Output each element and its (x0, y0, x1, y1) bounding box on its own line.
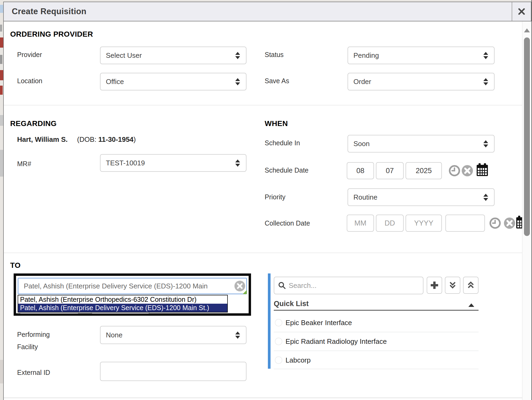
regarding-heading: REGARDING (10, 119, 57, 128)
radio-icon (275, 319, 282, 326)
double-chevron-down-icon (448, 281, 457, 290)
external-id-label: External ID (17, 369, 50, 376)
background-page-fragment (0, 70, 3, 80)
vertical-scrollbar[interactable] (522, 21, 531, 400)
dialog-title: Create Requisition (4, 7, 86, 16)
dialog-titlebar: Create Requisition (3, 2, 531, 21)
collapse-all-button[interactable] (463, 277, 479, 294)
location-select[interactable]: Office (100, 73, 246, 90)
list-divider (274, 369, 479, 369)
scroll-up-icon[interactable] (524, 28, 530, 32)
expand-all-button[interactable] (445, 277, 460, 294)
collection-year-input[interactable] (406, 215, 442, 232)
provider-label: Provider (17, 51, 42, 59)
updown-arrows-icon (235, 159, 240, 167)
collapse-section-icon[interactable] (468, 303, 474, 307)
save-as-label: Save As (265, 77, 289, 85)
add-recipient-button[interactable] (427, 277, 442, 294)
quick-list-item-label: Epic Radiant Radiology Interface (286, 337, 387, 346)
collection-month-input[interactable] (347, 215, 374, 232)
background-page-fragment (0, 86, 3, 95)
background-page-fragment (0, 360, 3, 383)
mr-label: MR# (17, 160, 31, 168)
provider-select[interactable]: Select User (100, 47, 246, 64)
clear-date-icon[interactable] (504, 217, 515, 229)
provider-select-value: Select User (106, 51, 142, 60)
ordering-provider-heading: ORDERING PROVIDER (10, 30, 93, 39)
radio-icon (275, 338, 282, 345)
recipient-suggestion[interactable]: Patel, Ashish (Enterprise Orthopedics-63… (18, 295, 227, 304)
panel-accent-bar (268, 273, 271, 369)
double-chevron-up-icon (466, 281, 475, 290)
schedule-in-select[interactable]: Soon (348, 135, 495, 153)
updown-arrows-icon (235, 78, 240, 85)
section-divider (4, 105, 522, 105)
scrollbar-thumb[interactable] (524, 37, 530, 236)
location-select-value: Office (106, 78, 124, 86)
list-divider (274, 332, 479, 332)
directory-search-input[interactable] (289, 281, 419, 290)
dob-prefix: (DOB: (77, 135, 98, 143)
clear-date-icon[interactable] (461, 165, 473, 177)
when-heading: WHEN (265, 119, 288, 128)
clock-icon[interactable] (449, 165, 460, 177)
updown-arrows-icon (483, 52, 488, 59)
quick-list-item[interactable]: Epic Radiant Radiology Interface (274, 334, 479, 349)
mr-select[interactable]: TEST-10019 (100, 154, 246, 172)
background-page-fragment (0, 25, 2, 32)
section-divider (4, 398, 522, 398)
quick-list-item-label: Labcorp (286, 356, 311, 364)
recipient-suggestion-list: Patel, Ashish (Enterprise Orthopedics-63… (18, 295, 228, 313)
status-select[interactable]: Pending (348, 47, 495, 64)
background-page-fragment (0, 115, 3, 126)
background-page-fragment (0, 55, 2, 64)
list-divider (274, 351, 479, 351)
collection-day-input[interactable] (376, 215, 404, 232)
background-page-fragment (0, 5, 3, 13)
schedule-day-input[interactable] (376, 162, 404, 179)
schedule-date-label: Schedule Date (265, 166, 309, 174)
updown-arrows-icon (483, 140, 488, 147)
section-divider (4, 253, 522, 253)
performing-facility-select-value: None (106, 331, 122, 339)
priority-select[interactable]: Routine (348, 188, 495, 206)
external-id-input[interactable] (100, 362, 246, 381)
recipient-search-input[interactable] (18, 278, 247, 294)
schedule-in-select-value: Soon (353, 140, 370, 148)
dob-value: 11-30-1954 (98, 135, 134, 143)
radio-icon (275, 356, 282, 364)
patient-name: Hart, William S. (17, 135, 68, 143)
dob-suffix: ) (133, 135, 136, 143)
save-as-select-value: Order (353, 78, 371, 86)
updown-arrows-icon (483, 194, 488, 201)
updown-arrows-icon (235, 52, 240, 59)
schedule-month-input[interactable] (347, 162, 374, 179)
to-heading: TO (10, 261, 21, 270)
quick-list-item[interactable]: Labcorp (274, 353, 479, 368)
recipient-suggestion-selected[interactable]: Patel, Ashish (Enterprise Delivery Servi… (18, 304, 227, 312)
background-page-fragment (0, 37, 3, 48)
plus-icon (429, 280, 440, 290)
performing-facility-label: Performing (17, 331, 50, 338)
performing-facility-select[interactable]: None (100, 326, 246, 344)
quick-list-underline (274, 310, 479, 311)
performing-facility-label-line2: Facility (17, 343, 38, 351)
quick-list-heading: Quick List (274, 300, 309, 308)
collection-time-input[interactable] (445, 215, 485, 232)
page: ORDERING PROVIDER Provider Select User S… (0, 0, 532, 400)
resize-grip-icon[interactable] (243, 290, 247, 294)
location-label: Location (17, 77, 43, 85)
quick-list-item-label: Epic Beaker Interface (286, 319, 352, 327)
schedule-year-input[interactable] (406, 162, 442, 179)
calendar-icon[interactable] (476, 163, 488, 177)
close-button[interactable] (512, 2, 531, 21)
clock-icon[interactable] (489, 217, 501, 229)
directory-search-box[interactable] (274, 277, 423, 294)
quick-list-item[interactable]: Epic Beaker Interface (274, 315, 479, 330)
collection-date-label: Collection Date (265, 219, 310, 227)
close-icon (518, 7, 526, 16)
mr-select-value: TEST-10019 (106, 159, 145, 167)
priority-label: Priority (265, 193, 286, 201)
save-as-select[interactable]: Order (348, 73, 495, 90)
priority-select-value: Routine (353, 193, 377, 201)
